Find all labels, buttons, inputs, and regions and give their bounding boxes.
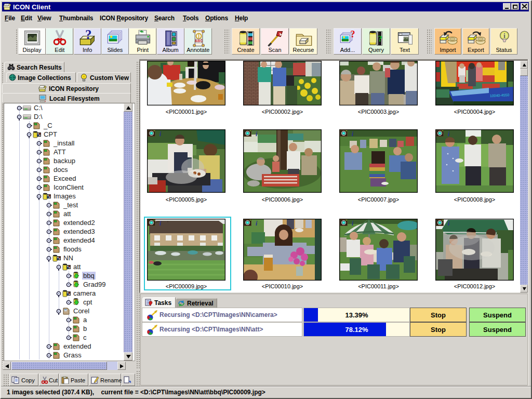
svg-text:?: ? [351, 29, 355, 39]
svg-text:ABC: ABC [194, 38, 203, 43]
svg-text:?: ? [85, 29, 91, 42]
svg-text:?: ? [378, 34, 382, 44]
svg-text:i: i [503, 32, 506, 39]
